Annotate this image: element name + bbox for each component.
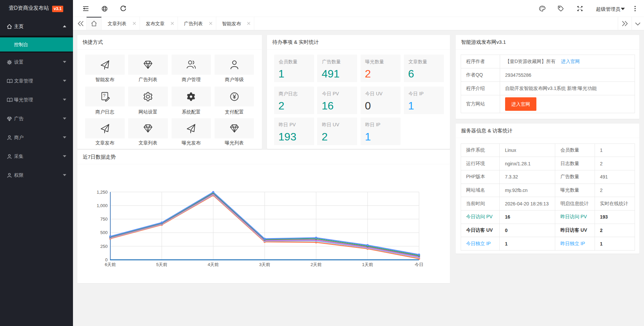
svg-text:?: ?: [103, 93, 105, 98]
svg-text:1,000: 1,000: [97, 203, 108, 208]
svg-text:今日: 今日: [415, 262, 423, 267]
svg-text:2天前: 2天前: [310, 262, 321, 267]
svg-text:0: 0: [105, 257, 108, 262]
svg-text:5天前: 5天前: [156, 262, 167, 267]
svg-text:1天前: 1天前: [362, 262, 373, 267]
svg-text:3天前: 3天前: [259, 262, 270, 267]
svg-text:1,250: 1,250: [97, 190, 108, 195]
svg-text:250: 250: [100, 244, 108, 249]
svg-text:750: 750: [100, 217, 108, 222]
svg-text:6天前: 6天前: [105, 262, 116, 267]
svg-text:4天前: 4天前: [207, 262, 219, 267]
svg-text:500: 500: [100, 230, 108, 235]
